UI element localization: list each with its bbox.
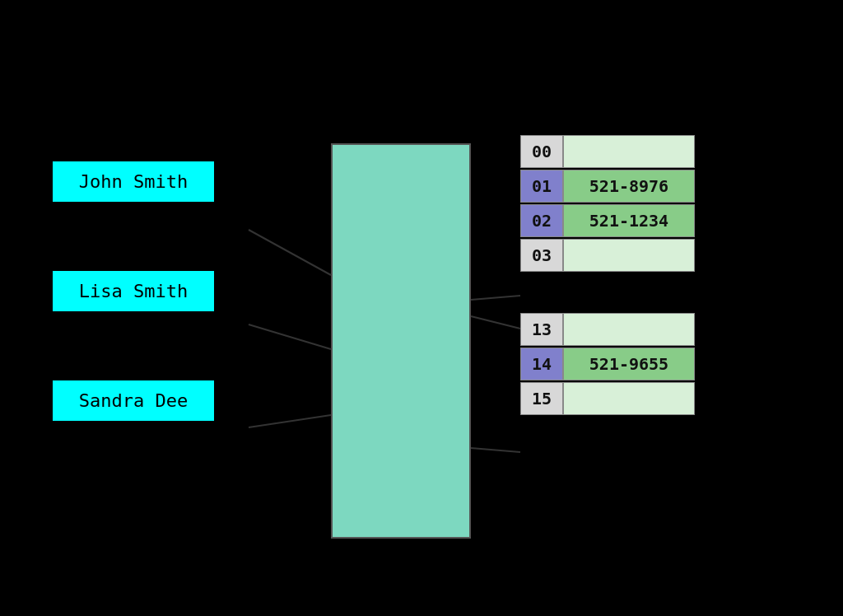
bucket-row-01: 01 521-8976: [520, 170, 695, 203]
main-container: John Smith Lisa Smith Sandra Dee: [0, 0, 843, 616]
person-card-lisa: Lisa Smith: [51, 269, 216, 313]
bucket-index-13: 13: [520, 313, 563, 346]
bucket-row-03: 03: [520, 239, 695, 272]
bucket-row-15: 15: [520, 382, 695, 415]
bucket-index-02: 02: [520, 204, 563, 237]
bucket-index-14: 14: [520, 348, 563, 380]
persons-column: John Smith Lisa Smith Sandra Dee: [51, 160, 216, 422]
svg-line-5: [471, 448, 520, 452]
svg-line-0: [249, 230, 331, 275]
bucket-index-15: 15: [520, 382, 563, 415]
bucket-value-13: [563, 313, 695, 346]
bucket-row-14: 14 521-9655: [520, 348, 695, 380]
hash-panel: [331, 143, 471, 539]
buckets-area: 00 01 521-8976 02 521-1234 03: [520, 135, 695, 456]
bucket-row-02: 02 521-1234: [520, 204, 695, 237]
bucket-row-00: 00: [520, 135, 695, 168]
bucket-value-01: 521-8976: [563, 170, 695, 203]
svg-line-1: [471, 296, 520, 300]
bucket-index-00: 00: [520, 135, 563, 168]
bucket-value-14: 521-9655: [563, 348, 695, 380]
bucket-value-15: [563, 382, 695, 415]
person-card-sandra: Sandra Dee: [51, 379, 216, 422]
bucket-value-02: 521-1234: [563, 204, 695, 237]
bucket-group-1: 00 01 521-8976 02 521-1234 03: [520, 135, 695, 272]
bucket-index-01: 01: [520, 170, 563, 203]
bucket-value-00: [563, 135, 695, 168]
svg-line-2: [471, 316, 520, 329]
person-card-john: John Smith: [51, 160, 216, 203]
bucket-row-13: 13: [520, 313, 695, 346]
svg-line-4: [249, 415, 331, 427]
svg-line-3: [249, 324, 331, 349]
bucket-group-2: 13 14 521-9655 15: [520, 313, 695, 415]
bucket-index-03: 03: [520, 239, 563, 272]
bucket-value-03: [563, 239, 695, 272]
diagram: John Smith Lisa Smith Sandra Dee: [51, 94, 792, 572]
